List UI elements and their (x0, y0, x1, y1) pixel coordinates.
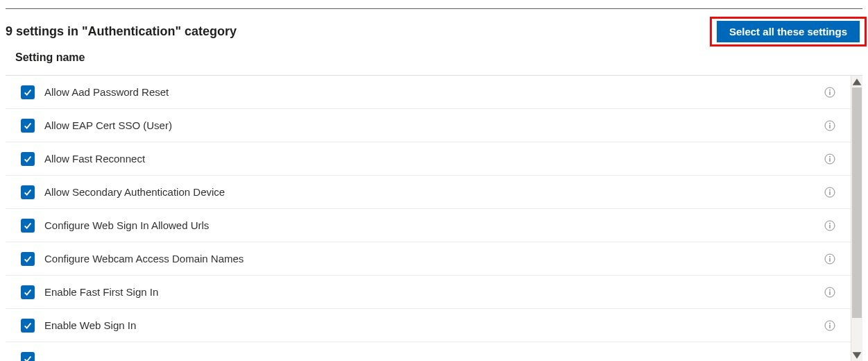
svg-point-16 (829, 255, 831, 257)
scrollbar-track-area[interactable] (851, 87, 862, 349)
svg-point-22 (829, 322, 831, 324)
setting-label: Allow EAP Cert SSO (User) (44, 119, 172, 131)
setting-row-left: Allow Aad Password Reset (21, 85, 169, 99)
setting-row[interactable]: Enable Fast First Sign In (6, 276, 851, 309)
setting-label: Configure Web Sign In Allowed Urls (44, 219, 209, 231)
checkmark-icon (23, 154, 33, 164)
svg-point-19 (829, 289, 831, 290)
checkbox[interactable] (21, 152, 35, 166)
svg-rect-8 (829, 158, 830, 161)
checkmark-icon (23, 321, 33, 330)
scrollbar-down-arrow-icon[interactable] (851, 349, 862, 361)
checkbox[interactable] (21, 319, 35, 333)
checkmark-icon (23, 287, 33, 297)
svg-rect-17 (829, 258, 830, 261)
settings-list: Allow Aad Password ResetAllow EAP Cert S… (6, 76, 851, 361)
svg-point-13 (829, 222, 831, 224)
setting-row-left: Configure Web Sign In Allowed Urls (21, 219, 209, 233)
select-all-button[interactable]: Select all these settings (717, 21, 860, 42)
svg-marker-25 (853, 352, 862, 359)
checkbox[interactable] (21, 252, 35, 266)
info-icon[interactable] (824, 87, 835, 98)
info-icon[interactable] (824, 187, 835, 198)
setting-label: Enable Fast First Sign In (44, 286, 158, 298)
checkbox[interactable] (21, 119, 35, 133)
svg-point-7 (829, 156, 831, 157)
setting-row[interactable]: Allow Secondary Authentication Device (6, 176, 851, 209)
svg-point-10 (829, 189, 831, 190)
setting-row[interactable]: Allow Aad Password Reset (6, 76, 851, 109)
setting-row[interactable] (6, 342, 851, 361)
checkbox[interactable] (21, 352, 35, 361)
checkbox[interactable] (21, 285, 35, 299)
checkmark-icon (23, 254, 33, 264)
settings-list-container: Allow Aad Password ResetAllow EAP Cert S… (6, 76, 862, 361)
checkbox[interactable] (21, 85, 35, 99)
top-divider (6, 8, 862, 9)
setting-row-left: Allow Fast Reconnect (21, 152, 145, 166)
info-icon[interactable] (824, 253, 835, 265)
scrollbar-thumb[interactable] (852, 87, 862, 318)
category-title: 9 settings in "Authentication" category (6, 24, 237, 39)
checkmark-icon (23, 221, 33, 230)
svg-point-4 (829, 122, 831, 124)
setting-row-left: Allow EAP Cert SSO (User) (21, 119, 172, 133)
setting-row-left: Enable Fast First Sign In (21, 285, 158, 299)
setting-row[interactable]: Enable Web Sign In (6, 309, 851, 342)
setting-label: Allow Secondary Authentication Device (44, 186, 225, 198)
svg-rect-14 (829, 224, 830, 228)
setting-label: Configure Webcam Access Domain Names (44, 253, 244, 265)
checkmark-icon (23, 87, 33, 97)
checkbox[interactable] (21, 185, 35, 199)
info-icon[interactable] (824, 287, 835, 298)
setting-row-left: Enable Web Sign In (21, 319, 136, 333)
settings-list-scroll-area: Allow Aad Password ResetAllow EAP Cert S… (6, 76, 851, 361)
setting-row[interactable]: Allow Fast Reconnect (6, 142, 851, 176)
info-icon[interactable] (824, 153, 835, 165)
setting-label: Allow Aad Password Reset (44, 86, 169, 98)
setting-row-left (21, 352, 35, 361)
column-header-setting-name[interactable]: Setting name (15, 51, 85, 64)
setting-row[interactable]: Allow EAP Cert SSO (User) (6, 109, 851, 142)
svg-rect-11 (829, 191, 830, 194)
setting-row[interactable]: Configure Webcam Access Domain Names (6, 242, 851, 276)
svg-rect-2 (829, 91, 830, 94)
scrollbar-up-arrow-icon[interactable] (851, 76, 862, 87)
select-all-wrapper: Select all these settings (714, 18, 862, 45)
svg-rect-23 (829, 324, 830, 328)
info-icon[interactable] (824, 120, 835, 131)
checkmark-icon (23, 187, 33, 197)
svg-rect-20 (829, 291, 830, 294)
svg-point-1 (829, 89, 831, 90)
setting-row[interactable]: Configure Web Sign In Allowed Urls (6, 209, 851, 242)
scrollbar[interactable] (851, 76, 862, 361)
setting-label: Enable Web Sign In (44, 319, 136, 331)
svg-rect-5 (829, 124, 830, 128)
setting-label: Allow Fast Reconnect (44, 153, 145, 165)
header-row: 9 settings in "Authentication" category … (6, 17, 862, 46)
svg-marker-24 (853, 78, 862, 85)
checkbox[interactable] (21, 219, 35, 233)
checkmark-icon (23, 121, 33, 131)
setting-row-left: Allow Secondary Authentication Device (21, 185, 225, 199)
setting-row-left: Configure Webcam Access Domain Names (21, 252, 244, 266)
info-icon[interactable] (824, 220, 835, 231)
info-icon[interactable] (824, 320, 835, 331)
